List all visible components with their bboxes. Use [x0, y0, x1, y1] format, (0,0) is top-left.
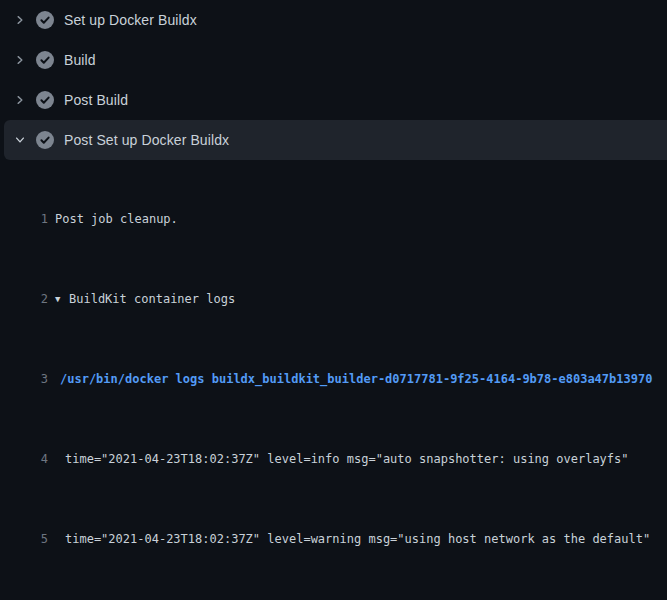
log-line-text: /usr/bin/docker logs buildx_buildkit_bui…: [60, 369, 652, 389]
collapse-group-icon[interactable]: ▼: [55, 289, 69, 309]
log-line: 4 time="2021-04-23T18:02:37Z" level=info…: [0, 449, 667, 469]
chevron-right-icon[interactable]: [12, 12, 28, 28]
check-circle-icon: [36, 11, 54, 29]
chevron-right-icon[interactable]: [12, 52, 28, 68]
log-line: 1 Post job cleanup.: [0, 209, 667, 229]
log-line-text: BuildKit container logs: [69, 289, 235, 309]
step-label: Post Build: [64, 92, 128, 108]
log-line-number[interactable]: 4: [0, 449, 48, 469]
log-line-number[interactable]: 1: [0, 209, 48, 229]
check-circle-icon: [36, 131, 54, 149]
chevron-right-icon[interactable]: [12, 92, 28, 108]
log-line-text: Post job cleanup.: [55, 209, 178, 229]
log-line-number[interactable]: 5: [0, 529, 48, 549]
step-label: Build: [64, 52, 96, 68]
log-line: 5 time="2021-04-23T18:02:37Z" level=warn…: [0, 529, 667, 549]
step-label: Set up Docker Buildx: [64, 12, 197, 28]
log-line: 2 ▼ BuildKit container logs: [0, 289, 667, 309]
check-circle-icon: [36, 91, 54, 109]
step-row-build[interactable]: Build: [4, 40, 667, 80]
log-line: 3 /usr/bin/docker logs buildx_buildkit_b…: [0, 369, 667, 389]
step-row-post-set-up-docker-buildx[interactable]: Post Set up Docker Buildx: [4, 120, 667, 160]
log-line-text: time="2021-04-23T18:02:37Z" level=warnin…: [65, 529, 650, 549]
log-line-number[interactable]: 3: [0, 369, 48, 389]
steps-list: Set up Docker Buildx Build: [0, 0, 667, 160]
log-viewer: 1 Post job cleanup. 2 ▼ BuildKit contain…: [0, 160, 667, 600]
step-row-set-up-docker-buildx[interactable]: Set up Docker Buildx: [4, 0, 667, 40]
step-row-post-build[interactable]: Post Build: [4, 80, 667, 120]
check-circle-icon: [36, 51, 54, 69]
log-line-number[interactable]: 2: [0, 289, 48, 309]
step-label: Post Set up Docker Buildx: [64, 132, 229, 148]
chevron-down-icon[interactable]: [12, 132, 28, 148]
log-line-text: time="2021-04-23T18:02:37Z" level=info m…: [65, 449, 629, 469]
